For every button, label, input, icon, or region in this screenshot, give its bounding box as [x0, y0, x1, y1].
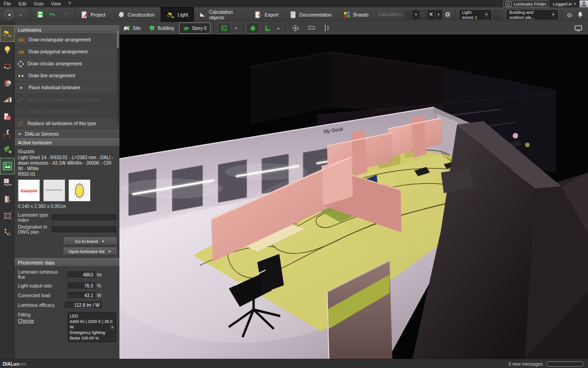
strip-luminaires-tool[interactable] — [0, 25, 15, 42]
calculation-dropdown[interactable]: ▼ — [413, 10, 419, 19]
menu-goto[interactable]: Goto — [30, 1, 47, 6]
light-output-ratio-label: Light output ratio — [18, 283, 66, 288]
cancel-calculation-button[interactable]: ✕ — [428, 10, 434, 19]
light-output-ratio-value[interactable]: 76.0 — [68, 282, 95, 289]
tool-label: Draw rectangular arrangement — [28, 37, 91, 42]
panel-title-label: Luminaires — [18, 27, 41, 33]
fitting-select[interactable]: LED 6400 lm | 3200 K | 38.0 W Emergency … — [68, 312, 116, 342]
strip-colors-tool[interactable] — [0, 75, 15, 92]
back-button[interactable]: ◄ — [5, 10, 13, 19]
save-button[interactable] — [34, 10, 45, 20]
fitting-dropdown-icon[interactable]: ▼ — [110, 325, 115, 330]
tab-documentation[interactable]: Documentation — [284, 7, 338, 22]
tool-label: Automatic arrangements for spaces — [28, 97, 100, 102]
open-luminaire-list-button[interactable]: Open luminaire list ► — [64, 247, 116, 255]
fullscreen-button[interactable] — [571, 23, 585, 33]
light-scene-edit-button[interactable] — [493, 10, 500, 19]
site-label: Site — [133, 26, 141, 31]
strip-maintenance-tool[interactable] — [0, 125, 15, 141]
tool-draw-circular[interactable]: Draw circular arrangement — [15, 58, 119, 70]
luminaire-finder-icon — [506, 1, 512, 6]
menu-edit[interactable]: Edit — [15, 1, 30, 6]
user-avatar[interactable] — [579, 0, 588, 7]
tool-place-individual[interactable]: Place individual luminaire — [15, 82, 119, 94]
strip-furniture-tool[interactable] — [0, 191, 15, 207]
tab-calculation-objects[interactable]: Calculation objects — [194, 7, 249, 22]
view-mode-select[interactable]: Building and outdoor pla... ▼ — [507, 10, 558, 19]
strip-text-labels-tool[interactable]: T — [0, 174, 15, 191]
light-scene-select[interactable]: Light scene 1 ▼ — [460, 10, 491, 19]
type-index-input[interactable] — [52, 214, 116, 221]
daylight-icon — [3, 96, 12, 104]
orbit-view-button[interactable] — [289, 23, 302, 33]
strip-calculation-surfaces-tool[interactable] — [0, 108, 15, 125]
3d-viewport[interactable]: My Desk — [119, 34, 588, 359]
building-button[interactable]: Building — [146, 23, 177, 33]
measure-button[interactable] — [304, 23, 319, 33]
file-actions-group — [31, 7, 75, 22]
menu-file[interactable]: File — [0, 1, 15, 6]
calculation-mode-icon[interactable] — [405, 10, 412, 19]
fitting-change-link[interactable]: Change — [18, 318, 66, 324]
calculation-settings-button[interactable] — [443, 10, 452, 20]
strip-lamps-tool[interactable] — [0, 42, 15, 58]
luminaire-finder-button[interactable]: Luminaire Finder — [503, 0, 549, 7]
light-scenes-icon — [3, 63, 12, 70]
tab-brands[interactable]: Brands — [338, 7, 374, 22]
tab-construction[interactable]: Construction — [112, 7, 161, 22]
strip-view-tool[interactable] — [0, 158, 15, 174]
recalculate-button[interactable] — [420, 10, 427, 19]
dwg-designation-row: Designation in DWG plan — [15, 224, 119, 236]
separator — [243, 23, 243, 33]
undo-button[interactable] — [47, 10, 58, 20]
tool-draw-line[interactable]: Draw line arrangement — [15, 70, 119, 82]
tab-project[interactable]: Project — [75, 7, 112, 22]
strip-focus-tool[interactable] — [0, 207, 15, 224]
tab-export[interactable]: Export — [249, 7, 284, 22]
forward-button[interactable]: ► — [17, 10, 26, 19]
layers-button[interactable] — [565, 10, 574, 20]
luminous-flux-unit: lm — [97, 272, 111, 277]
goto-brand-button[interactable]: Go to brand ► — [64, 237, 116, 245]
height-measure-button[interactable] — [321, 23, 333, 33]
strip-measure-points-tool[interactable] — [0, 224, 15, 241]
site-button[interactable]: Site — [120, 23, 144, 33]
floorplan-dropdown[interactable]: ▼ — [232, 24, 240, 32]
redo-button[interactable] — [60, 10, 71, 20]
luminaire-article-number: R933-01 — [18, 172, 116, 177]
tool-automatic-arrangements[interactable]: Automatic arrangements for spaces — [15, 94, 119, 106]
brand-logo-thumbnail[interactable]: iGuzzini — [18, 179, 40, 201]
luminaire-photo-thumbnail[interactable] — [43, 179, 65, 201]
connected-load-value[interactable]: 43.1 — [68, 292, 95, 299]
tool-draw-rectangular[interactable]: Draw rectangular arrangement — [15, 34, 119, 46]
automatic-arrangement-icon — [17, 97, 24, 103]
strip-light-scenes-tool[interactable] — [0, 58, 15, 75]
building-view-button[interactable] — [246, 23, 260, 34]
logged-in-dropdown[interactable]: Logged in ▼ — [553, 1, 577, 6]
tool-label: Draw polygonal arrangement — [28, 49, 87, 54]
cancel-dropdown[interactable]: ▼ — [435, 10, 442, 19]
tab-construction-label: Construction — [128, 12, 155, 17]
dwg-designation-input[interactable] — [52, 226, 116, 233]
strip-energy-tool[interactable] — [0, 141, 15, 158]
messages-counter[interactable]: 0 new messages — [509, 362, 543, 367]
polar-diagram-thumbnail[interactable] — [68, 179, 90, 201]
story-view-button[interactable] — [261, 23, 274, 33]
strip-daylight-tool[interactable] — [0, 92, 15, 108]
story-button[interactable]: Story 0 — [179, 23, 210, 34]
replace-all-icon — [17, 121, 24, 126]
menu-view[interactable]: View — [47, 1, 65, 6]
tab-light[interactable]: Light — [161, 7, 194, 22]
dialux-services-header[interactable]: ► DIALux Services — [15, 130, 119, 138]
tool-replace-selected[interactable]: Replace selected luminaires — [15, 106, 119, 118]
tool-replace-all[interactable]: Replace all luminaires of this type — [15, 118, 119, 130]
luminous-flux-value[interactable]: 4863 — [68, 271, 95, 278]
menu-help[interactable]: ? — [65, 1, 75, 6]
tool-draw-polygonal[interactable]: Draw polygonal arrangement — [15, 46, 119, 58]
notifications-button[interactable] — [576, 10, 584, 20]
story-view-expand[interactable]: ► — [275, 24, 283, 32]
panel-scrollbar[interactable] — [117, 30, 119, 122]
brand-logo-text: iGuzzini — [21, 188, 37, 193]
floorplan-tool-button[interactable] — [217, 23, 231, 34]
bulb-icon — [4, 46, 11, 55]
